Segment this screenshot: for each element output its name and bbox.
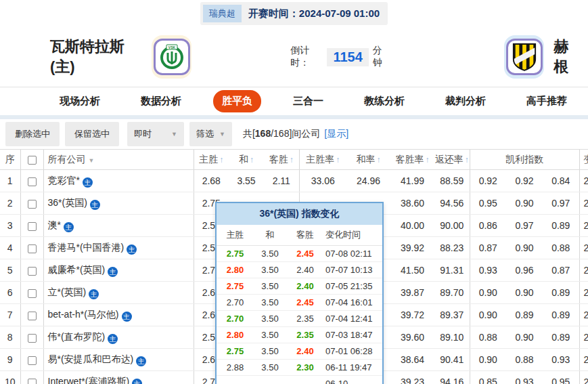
popup-time-cell: 07-04 12:41 [324, 311, 382, 327]
row-checkbox[interactable] [20, 282, 43, 304]
delete-selected-button[interactable]: 删除选中 [5, 122, 60, 146]
change-cell: 20 [579, 215, 588, 237]
change-cell: 20 [579, 237, 588, 259]
change-cell: 20 [579, 304, 588, 326]
popup-odds-cell: 2.45 [286, 246, 324, 262]
popup-time-cell: 06-10 12:54(初指) [324, 376, 382, 384]
popup-table: 主胜和客胜变化时间 2.753.502.4507-08 02:112.803.5… [217, 225, 382, 384]
col-header-away[interactable]: 客胜↑ [264, 150, 299, 170]
kelly-cell: 0.85 [470, 371, 506, 384]
row-checkbox[interactable] [20, 259, 43, 282]
company-name[interactable]: bet-at-h*(马尔他) [48, 309, 119, 320]
show-link[interactable]: [显示] [324, 128, 348, 139]
row-checkbox[interactable] [20, 304, 43, 326]
kelly-cell: 0.92 [506, 170, 543, 192]
company-name[interactable]: 立*(英国) [48, 286, 87, 297]
col-header-draw[interactable]: 和↑ [229, 150, 264, 170]
league-badge[interactable]: 瑞典超 [203, 5, 242, 22]
rate-cell: 24.96 [346, 170, 390, 192]
popup-odds-cell: 2.75 [217, 246, 254, 262]
checkbox-icon[interactable] [28, 289, 37, 298]
time-mode-dropdown[interactable]: 即时 ▼ [127, 122, 184, 146]
odds-toolbar: 删除选中 保留选中 即时 ▼ 筛选 ▼ 共[168/168]间公司[显示] [0, 119, 588, 149]
kelly-cell: 0.89 [543, 304, 579, 326]
popup-time-cell: 07-01 06:28 [324, 343, 382, 360]
popup-odds-cell: 2.35 [286, 376, 324, 384]
rate-cell: 41.50 [390, 259, 434, 282]
checkbox-icon[interactable] [28, 177, 37, 186]
company-name[interactable]: 香港马*(中国香港) [48, 242, 125, 253]
col-header-home-rate[interactable]: 主胜率↑ [299, 150, 346, 170]
company-name[interactable]: 竞彩官* [48, 175, 80, 186]
tab-0[interactable]: 现场分析 [51, 90, 109, 112]
checkbox-icon[interactable] [28, 356, 37, 365]
company-name[interactable]: 澳* [48, 219, 61, 230]
popup-row: 2.753.502.4507-08 02:11 [217, 246, 382, 262]
popup-odds-cell: 2.35 [286, 311, 324, 327]
popup-header-row: 主胜和客胜变化时间 [217, 225, 382, 246]
row-checkbox[interactable] [20, 192, 43, 215]
checkbox-icon[interactable] [28, 312, 37, 320]
popup-odds-cell: 3.50 [254, 246, 286, 262]
tab-4[interactable]: 教练分析 [355, 90, 413, 112]
company-cell: 易*(安提瓜和巴布达)主 [43, 349, 194, 371]
rate-cell: 94.56 [434, 192, 470, 215]
filter-dropdown[interactable]: 筛选 ▼ [189, 122, 232, 146]
popup-odds-cell: 2.30 [286, 360, 324, 376]
checkbox-icon[interactable] [28, 334, 37, 343]
checkbox-icon[interactable] [28, 267, 37, 276]
tab-1[interactable]: 数据分析 [132, 90, 190, 112]
keep-selected-button[interactable]: 保留选中 [65, 122, 119, 146]
rate-cell: 89.10 [434, 326, 470, 349]
tab-6[interactable]: 高手推荐 [518, 90, 576, 112]
kelly-cell: 0.90 [506, 237, 543, 259]
row-checkbox[interactable] [20, 326, 43, 349]
row-checkbox[interactable] [20, 349, 43, 371]
row-checkbox[interactable] [20, 170, 43, 192]
tab-2[interactable]: 胜平负 [213, 90, 261, 112]
popup-time-cell: 06-11 19:47 [324, 360, 382, 376]
row-checkbox[interactable] [20, 237, 43, 259]
change-cell: 20 [579, 259, 588, 282]
col-header-draw-rate[interactable]: 和率↑ [346, 150, 390, 170]
popup-col-header: 和 [254, 225, 286, 246]
col-header-return-rate[interactable]: 返还率↑ [434, 150, 470, 170]
kelly-cell: 0.89 [543, 282, 579, 304]
col-header-home[interactable]: 主胜↑ [194, 150, 229, 170]
checkbox-icon[interactable] [28, 379, 37, 384]
company-name[interactable]: 易*(安提瓜和巴布达) [48, 354, 134, 364]
select-all-checkbox[interactable] [20, 150, 43, 170]
row-checkbox[interactable] [20, 215, 43, 237]
kelly-cell: 0.93 [543, 349, 579, 371]
kelly-cell: 0.86 [470, 215, 506, 237]
company-name[interactable]: 36*(英国) [48, 197, 87, 208]
rate-cell: 39.23 [390, 371, 434, 384]
company-cell: 伟*(直布罗陀)主 [43, 326, 194, 349]
row-index: 10 [0, 371, 20, 384]
odds-cell: 2.11 [264, 170, 299, 192]
popup-time-cell: 07-04 16:01 [324, 295, 382, 311]
checkbox-icon[interactable] [28, 200, 37, 209]
kelly-cell: 0.89 [543, 215, 579, 237]
tab-5[interactable]: 裁判分析 [436, 90, 495, 112]
company-name[interactable]: 伟*(直布罗陀) [48, 331, 106, 342]
countdown: 倒计时： 1154 分钟 [290, 45, 389, 69]
chevron-down-icon: ▼ [89, 157, 95, 164]
col-header-company[interactable]: 所有公司▼ [43, 150, 194, 170]
checkbox-icon[interactable] [28, 244, 37, 253]
popup-odds-cell: 2.75 [217, 278, 254, 295]
company-cell: 竞彩官*主 [43, 170, 194, 192]
col-header-away-rate[interactable]: 客胜率↑ [390, 150, 434, 170]
kelly-cell: 0.90 [470, 349, 506, 371]
company-name[interactable]: 威廉希*(英国) [48, 264, 106, 275]
checkbox-icon[interactable] [28, 222, 37, 231]
checkbox-icon[interactable] [28, 156, 37, 165]
row-checkbox[interactable] [20, 371, 43, 384]
home-team-name: 瓦斯特拉斯(主) [50, 37, 142, 77]
popup-row: 2.753.502.4007-01 06:28 [217, 343, 382, 360]
company-name[interactable]: Interwet*(塞浦路斯) [48, 376, 130, 384]
tab-3[interactable]: 三合一 [284, 90, 332, 112]
kelly-cell: 0.89 [543, 326, 579, 349]
main-company-badge-icon: 主 [89, 289, 99, 299]
col-header-change: 变 [579, 150, 588, 170]
